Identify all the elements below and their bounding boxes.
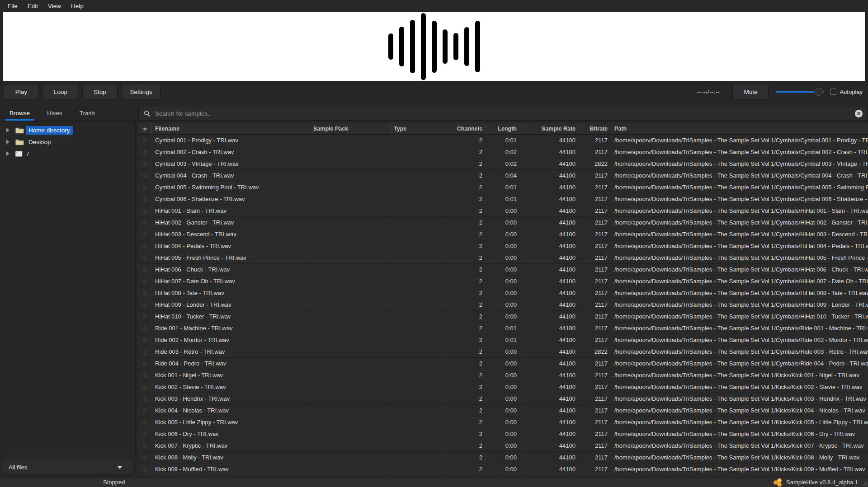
menu-item-file[interactable]: File <box>3 1 23 11</box>
cell-filename[interactable]: HiHat 002 - Ganster - TRI.wav <box>152 217 310 228</box>
cell-sample-rate[interactable]: 44100 <box>520 146 579 158</box>
table-row[interactable]: ☆Cymbal 004 - Crash - TRI.wav20:04441002… <box>138 170 868 182</box>
cell-favorite[interactable]: ☆ <box>138 405 152 416</box>
cell-sample-pack[interactable] <box>310 417 391 428</box>
favorite-star-icon[interactable]: ☆ <box>142 431 148 438</box>
cell-bitrate[interactable]: 2117 <box>579 311 611 322</box>
cell-type[interactable] <box>391 240 446 252</box>
favorite-star-icon[interactable]: ☆ <box>142 442 148 450</box>
cell-bitrate[interactable]: 2117 <box>579 381 611 393</box>
cell-sample-rate[interactable]: 44100 <box>520 229 579 240</box>
cell-favorite[interactable]: ☆ <box>138 311 152 322</box>
cell-path[interactable]: /home/apoorv/Downloads/TriSamples - The … <box>611 264 868 275</box>
cell-bitrate[interactable]: 2117 <box>579 264 611 275</box>
table-row[interactable]: ☆HiHat 001 - Slam - TRI.wav20:0044100211… <box>138 205 868 217</box>
cell-favorite[interactable]: ☆ <box>138 193 152 205</box>
cell-channels[interactable]: 2 <box>446 346 486 357</box>
expander-icon[interactable] <box>6 140 9 144</box>
cell-channels[interactable]: 2 <box>446 464 486 475</box>
cell-sample-pack[interactable] <box>310 240 391 252</box>
cell-sample-pack[interactable] <box>310 452 391 463</box>
cell-path[interactable]: /home/apoorv/Downloads/TriSamples - The … <box>611 370 868 381</box>
cell-bitrate[interactable]: 2117 <box>579 287 611 299</box>
cell-type[interactable] <box>391 135 446 146</box>
cell-sample-rate[interactable]: 44100 <box>520 158 579 169</box>
cell-type[interactable] <box>391 146 446 158</box>
cell-filename[interactable]: Kick 004 - Nicolas - TRI.wav <box>152 405 310 416</box>
sample-table[interactable]: ☆Cymbal 001 - Prodigy - TRI.wav20:014410… <box>138 135 868 477</box>
cell-sample-rate[interactable]: 44100 <box>520 464 579 475</box>
cell-favorite[interactable]: ☆ <box>138 464 152 475</box>
cell-filename[interactable]: HiHat 001 - Slam - TRI.wav <box>152 205 310 216</box>
cell-favorite[interactable]: ☆ <box>138 264 152 275</box>
cell-sample-pack[interactable] <box>310 217 391 228</box>
cell-sample-rate[interactable]: 44100 <box>520 240 579 252</box>
cell-favorite[interactable]: ☆ <box>138 229 152 240</box>
cell-path[interactable]: /home/apoorv/Downloads/TriSamples - The … <box>611 299 868 310</box>
stop-button[interactable]: Stop <box>82 84 118 99</box>
cell-channels[interactable]: 2 <box>446 405 486 416</box>
cell-favorite[interactable]: ☆ <box>138 346 152 357</box>
cell-bitrate[interactable]: 2117 <box>579 323 611 334</box>
table-row[interactable]: ☆HiHat 009 - Lorider - TRI.wav20:0044100… <box>138 299 868 311</box>
cell-favorite[interactable]: ☆ <box>138 452 152 463</box>
cell-sample-rate[interactable]: 44100 <box>520 323 579 334</box>
expander-icon[interactable] <box>6 151 9 156</box>
cell-bitrate[interactable]: 2117 <box>579 440 611 451</box>
cell-favorite[interactable]: ☆ <box>138 358 152 369</box>
cell-type[interactable] <box>391 276 446 287</box>
table-row[interactable]: ☆HiHat 005 - Fresh Prince - TRI.wav20:00… <box>138 252 868 264</box>
cell-length[interactable]: 0:01 <box>486 323 520 334</box>
table-row[interactable]: ☆Kick 009 - Muffled - TRI.wav20:00441002… <box>138 464 868 475</box>
cell-channels[interactable]: 2 <box>446 334 486 346</box>
cell-sample-rate[interactable]: 44100 <box>520 370 579 381</box>
favorite-star-icon[interactable]: ☆ <box>142 395 148 403</box>
header-sample-pack[interactable]: Sample Pack <box>310 123 391 134</box>
cell-path[interactable]: /home/apoorv/Downloads/TriSamples - The … <box>611 393 868 404</box>
cell-length[interactable]: 0:00 <box>486 217 520 228</box>
cell-path[interactable]: /home/apoorv/Downloads/TriSamples - The … <box>611 158 868 169</box>
cell-sample-pack[interactable] <box>310 405 391 416</box>
cell-path[interactable]: /home/apoorv/Downloads/TriSamples - The … <box>611 323 868 334</box>
settings-button[interactable]: Settings <box>122 84 160 99</box>
tab-trash[interactable]: Trash <box>74 107 101 121</box>
cell-sample-rate[interactable]: 44100 <box>520 358 579 369</box>
cell-bitrate[interactable]: 2117 <box>579 240 611 252</box>
cell-sample-rate[interactable]: 44100 <box>520 311 579 322</box>
cell-filename[interactable]: Kick 003 - Hendrix - TRI.wav <box>152 393 310 404</box>
cell-sample-rate[interactable]: 44100 <box>520 264 579 275</box>
cell-length[interactable]: 0:00 <box>486 240 520 252</box>
cell-type[interactable] <box>391 205 446 216</box>
favorite-star-icon[interactable]: ☆ <box>142 372 148 379</box>
cell-channels[interactable]: 2 <box>446 299 486 310</box>
table-header[interactable]: ★FilenameSample PackTypeChannelsLengthSa… <box>138 123 868 135</box>
cell-type[interactable] <box>391 440 446 451</box>
cell-length[interactable]: 0:04 <box>486 170 520 181</box>
menu-item-view[interactable]: View <box>43 1 66 11</box>
cell-length[interactable]: 0:00 <box>486 358 520 369</box>
cell-bitrate[interactable]: 2117 <box>579 464 611 475</box>
cell-path[interactable]: /home/apoorv/Downloads/TriSamples - The … <box>611 417 868 428</box>
cell-filename[interactable]: Cymbal 005 - Swimming Pool - TRI.wav <box>152 182 310 193</box>
cell-sample-pack[interactable] <box>310 135 391 146</box>
cell-length[interactable]: 0:01 <box>486 193 520 205</box>
cell-length[interactable]: 0:00 <box>486 452 520 463</box>
resize-grip[interactable] <box>860 479 868 487</box>
cell-bitrate[interactable]: 2117 <box>579 276 611 287</box>
cell-bitrate[interactable]: 2117 <box>579 405 611 416</box>
cell-type[interactable] <box>391 417 446 428</box>
cell-channels[interactable]: 2 <box>446 276 486 287</box>
cell-sample-rate[interactable]: 44100 <box>520 417 579 428</box>
cell-sample-rate[interactable]: 44100 <box>520 205 579 216</box>
cell-length[interactable]: 0:00 <box>486 440 520 451</box>
cell-filename[interactable]: Kick 005 - Little Zippy - TRI.wav <box>152 417 310 428</box>
cell-channels[interactable]: 2 <box>446 229 486 240</box>
cell-bitrate[interactable]: 2117 <box>579 205 611 216</box>
cell-length[interactable]: 0:00 <box>486 276 520 287</box>
table-row[interactable]: ☆Kick 007 - Kryptic - TRI.wav20:00441002… <box>138 440 868 452</box>
cell-channels[interactable]: 2 <box>446 170 486 181</box>
cell-filename[interactable]: Kick 001 - Nigel - TRI.wav <box>152 370 310 381</box>
cell-channels[interactable]: 2 <box>446 417 486 428</box>
cell-path[interactable]: /home/apoorv/Downloads/TriSamples - The … <box>611 464 868 475</box>
cell-filename[interactable]: HiHat 003 - Descend - TRI.wav <box>152 229 310 240</box>
